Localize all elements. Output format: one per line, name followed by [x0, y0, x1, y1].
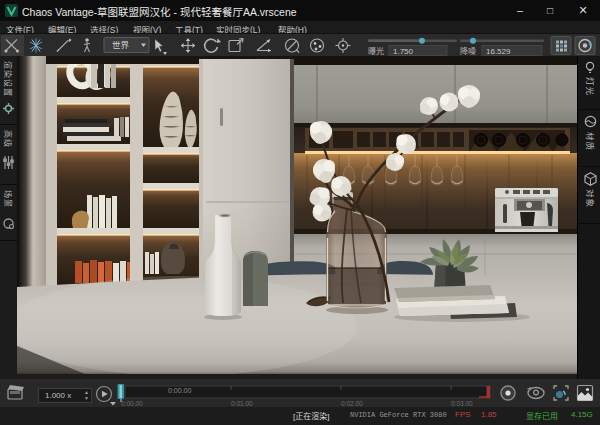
- svg-text:世界: 世界: [112, 40, 130, 50]
- svg-text:1.750: 1.750: [393, 47, 414, 56]
- svg-text:16.529: 16.529: [486, 47, 511, 56]
- svg-text:曝光: 曝光: [368, 46, 384, 56]
- svg-text:降噪: 降噪: [460, 46, 476, 56]
